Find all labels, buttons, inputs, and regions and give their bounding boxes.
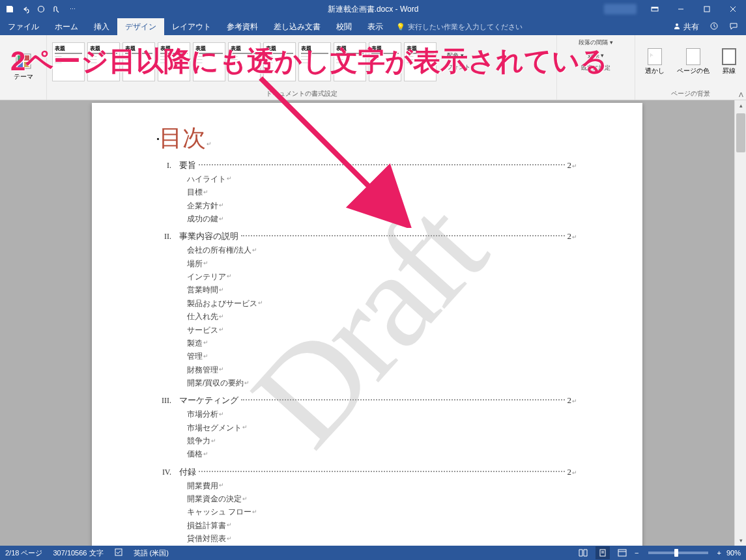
tab-insert[interactable]: 挿入 [86, 18, 117, 35]
zoom-out-button[interactable]: − [635, 549, 638, 557]
print-layout-icon[interactable] [595, 546, 610, 559]
svg-point-7 [676, 23, 678, 26]
page-indicator[interactable]: 2/18 ページ [5, 548, 42, 558]
style-thumb[interactable]: 表題───────── [334, 42, 366, 81]
page-color-icon [686, 48, 700, 65]
toc-page-number: 2 [567, 229, 572, 243]
toc-list: I.要旨2↵ハイライト↵目標↵企業方針↵成功の鍵↵II.事業内容の説明2↵会社の… [157, 158, 577, 546]
zoom-in-button[interactable]: + [717, 549, 721, 557]
touch-mode-icon[interactable] [52, 5, 61, 14]
themes-icon [14, 52, 33, 70]
paragraph-mark: ↵ [219, 410, 224, 419]
toc-section-row: II.事業内容の説明2↵ [157, 229, 577, 244]
word-count[interactable]: 307/10566 文字 [53, 548, 103, 558]
scroll-down-icon[interactable]: ▾ [735, 535, 746, 546]
tab-file[interactable]: ファイル [0, 18, 47, 35]
tab-review[interactable]: 校閲 [328, 18, 360, 35]
paragraph-mark: ↵ [219, 481, 224, 490]
share-label: 共有 [683, 21, 699, 33]
web-layout-icon[interactable] [615, 546, 629, 559]
page-color-label: ページの色 [677, 67, 710, 74]
spellcheck-icon[interactable] [114, 548, 123, 558]
minimize-button[interactable] [668, 0, 694, 18]
svg-rect-19 [618, 550, 626, 556]
style-gallery[interactable]: 表題─────────表題─────────表題─────────表題─────… [52, 42, 437, 81]
undo-icon[interactable] [21, 5, 30, 14]
language-indicator[interactable]: 英語 (米国) [134, 548, 169, 558]
paragraph-mark: ↵ [252, 245, 257, 255]
toc-title: 目次 [159, 124, 206, 151]
tab-layout[interactable]: レイアウト [164, 18, 219, 35]
tab-home[interactable]: ホーム [47, 18, 86, 35]
tell-me-placeholder: 実行したい作業を入力してください [408, 22, 523, 32]
toc-sub-item: 営業時間↵ [187, 283, 577, 296]
tab-design[interactable]: デザイン [117, 18, 164, 35]
scroll-up-icon[interactable]: ▴ [735, 100, 746, 111]
toc-sub-item: 製品およびサービス↵ [187, 297, 577, 310]
paragraph-mark: ↵ [227, 534, 232, 544]
tab-mailings[interactable]: 差し込み文書 [266, 18, 328, 35]
qat-customize-icon[interactable]: ⋯ [68, 5, 77, 14]
style-thumb[interactable]: 表題───────── [158, 42, 190, 81]
save-icon[interactable] [5, 5, 14, 14]
style-thumb[interactable]: 表題───────── [122, 42, 155, 81]
ribbon-display-icon[interactable] [642, 0, 668, 18]
toc-page-number: 2 [567, 158, 572, 172]
toc-sub-item: 開業費用↵ [187, 479, 577, 492]
paragraph-mark: ↵ [219, 201, 224, 210]
fonts-button[interactable]: フォント ▾ [444, 63, 478, 73]
style-thumb[interactable]: 表題───────── [404, 42, 437, 81]
set-default-button[interactable]: 既定に設定 [579, 63, 613, 74]
read-mode-icon[interactable] [576, 546, 590, 559]
toc-sub-item: 目標↵ [187, 186, 577, 199]
zoom-slider[interactable] [648, 552, 708, 554]
account-info[interactable] [604, 4, 637, 14]
tab-references[interactable]: 参考資料 [219, 18, 266, 35]
paragraph-mark: ↵ [219, 365, 224, 374]
maximize-button[interactable] [694, 0, 720, 18]
page-border-button[interactable]: 罫線 [722, 48, 736, 76]
document-page[interactable]: Draft 目次↵ I.要旨2↵ハイライト↵目標↵企業方針↵成功の鍵↵II.事業… [92, 103, 642, 546]
menubar-right: 共有 [673, 21, 746, 33]
share-button[interactable]: 共有 [673, 21, 699, 33]
paragraph-mark: ↵ [258, 298, 263, 308]
colors-button[interactable]: 配色 ▾ [444, 51, 478, 61]
history-icon[interactable] [710, 21, 719, 33]
style-thumb[interactable]: 表題───────── [263, 42, 296, 81]
comment-icon[interactable] [729, 21, 738, 33]
page-bg-group-label: ページの背景 [635, 88, 746, 100]
toc-sub-item: 競争力↵ [187, 434, 577, 447]
collapse-ribbon-icon[interactable]: ᐱ [739, 91, 743, 98]
toc-sub-item: 成功の鍵↵ [187, 212, 577, 225]
redo-icon[interactable] [36, 5, 46, 14]
style-thumb[interactable]: 表題───────── [193, 42, 225, 81]
toc-number: II. [157, 231, 179, 244]
themes-button[interactable]: テーマ [14, 52, 33, 80]
paragraph-mark: ↵ [203, 259, 208, 268]
watermark-button[interactable]: A透かし [645, 48, 665, 76]
style-thumb[interactable]: 表題───────── [87, 42, 120, 81]
toc-sub-list: 会社の所有権/法人↵場所↵インテリア↵営業時間↵製品およびサービス↵仕入れ先↵サ… [187, 244, 577, 389]
zoom-level[interactable]: 90% [726, 549, 741, 557]
toc-sub-item: サービス↵ [187, 324, 577, 337]
paragraph-mark: ↵ [227, 272, 232, 281]
paragraph-mark: ↵ [244, 378, 250, 388]
page-color-button[interactable]: ページの色 [677, 48, 710, 76]
status-right: − + 90% [576, 546, 741, 559]
toc-leader [241, 399, 565, 400]
style-thumb[interactable]: 表題───────── [52, 42, 85, 81]
vertical-scrollbar[interactable]: ▴ ▾ [734, 100, 746, 546]
close-button[interactable] [720, 0, 746, 18]
effects-button[interactable]: 効果 ▾ [585, 51, 607, 61]
paragraph-spacing-button[interactable]: 段落の間隔 ▾ [576, 38, 616, 48]
svg-rect-2 [652, 7, 658, 8]
page-border-label: 罫線 [723, 67, 736, 74]
tab-view[interactable]: 表示 [360, 18, 391, 35]
style-thumb[interactable]: 表題───────── [369, 42, 401, 81]
style-thumb[interactable]: 表題───────── [298, 42, 331, 81]
zoom-handle[interactable] [674, 549, 678, 557]
toc-section-row: IV.付録2↵ [157, 465, 577, 479]
style-thumb[interactable]: 表題───────── [228, 42, 261, 81]
scroll-thumb[interactable] [736, 113, 745, 152]
tell-me-search[interactable]: 💡 実行したい作業を入力してください [396, 22, 523, 32]
